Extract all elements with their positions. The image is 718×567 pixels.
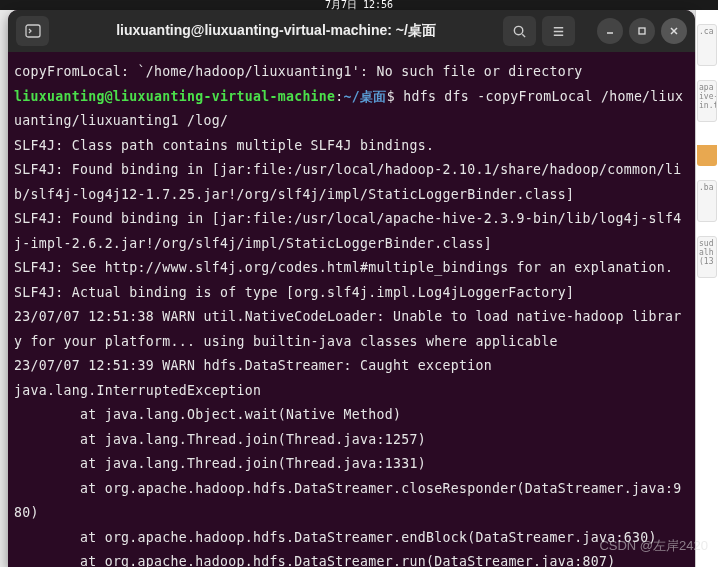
window-title: liuxuanting@liuxuanting-virtual-machine:…: [55, 22, 497, 40]
prompt-path: /桌面: [352, 89, 387, 104]
output-line: at java.lang.Object.wait(Native Method): [14, 407, 401, 422]
output-line: 23/07/07 12:51:39 WARN hdfs.DataStreamer…: [14, 358, 492, 373]
hamburger-icon: [551, 24, 566, 39]
minimize-button[interactable]: [597, 18, 623, 44]
prompt-tilde: ~: [344, 89, 352, 104]
titlebar: liuxuanting@liuxuanting-virtual-machine:…: [8, 10, 695, 52]
svg-rect-0: [26, 25, 40, 37]
output-line: copyFromLocal: `/home/hadoop/liuxuanting…: [14, 64, 583, 79]
output-line: at java.lang.Thread.join(Thread.java:125…: [14, 432, 426, 447]
output-line: java.lang.InterruptedException: [14, 383, 261, 398]
topbar-time: 7月7日 12:56: [325, 0, 393, 10]
prompt-colon: :: [335, 89, 343, 104]
output-line: 23/07/07 12:51:38 WARN util.NativeCodeLo…: [14, 309, 681, 349]
prompt-user: liuxuanting@liuxuanting-virtual-machine: [14, 89, 335, 104]
output-line: SLF4J: Found binding in [jar:file:/usr/l…: [14, 211, 681, 251]
desktop-topbar: 7月7日 12:56: [0, 0, 718, 10]
desktop-sidebar: .ca apa ive- in.t test .ba sud alh (13: [695, 10, 718, 567]
output-line: SLF4J: See http://www.slf4j.org/codes.ht…: [14, 260, 673, 275]
search-icon: [512, 24, 527, 39]
menu-button[interactable]: [542, 16, 575, 46]
output-line: SLF4J: Found binding in [jar:file:/usr/l…: [14, 162, 681, 202]
close-button[interactable]: [661, 18, 687, 44]
desktop-folder-icon[interactable]: test: [697, 136, 717, 166]
terminal-window: liuxuanting@liuxuanting-virtual-machine:…: [8, 10, 695, 567]
close-icon: [669, 26, 679, 36]
output-line: at java.lang.Thread.join(Thread.java:133…: [14, 456, 426, 471]
minimize-icon: [605, 26, 615, 36]
desktop-file-icon[interactable]: .ba: [697, 180, 717, 222]
terminal-icon: [25, 23, 41, 39]
terminal-body[interactable]: copyFromLocal: `/home/hadoop/liuxuanting…: [8, 52, 695, 567]
svg-point-1: [514, 26, 522, 34]
output-line: at org.apache.hadoop.hdfs.DataStreamer.c…: [14, 481, 681, 521]
prompt-dollar: $: [387, 89, 395, 104]
watermark-text: CSDN @左岸2420: [599, 537, 708, 555]
output-line: SLF4J: Actual binding is of type [org.sl…: [14, 285, 574, 300]
maximize-icon: [637, 26, 647, 36]
svg-line-2: [522, 34, 525, 37]
output-line: SLF4J: Class path contains multiple SLF4…: [14, 138, 434, 153]
desktop-file-icon[interactable]: .ca: [697, 24, 717, 66]
maximize-button[interactable]: [629, 18, 655, 44]
output-line: at org.apache.hadoop.hdfs.DataStreamer.r…: [14, 554, 616, 567]
svg-rect-7: [639, 28, 645, 34]
output-line: at org.apache.hadoop.hdfs.DataStreamer.e…: [14, 530, 657, 545]
desktop-file-icon[interactable]: apa ive- in.t: [697, 80, 717, 122]
desktop-file-icon[interactable]: sud alh (13: [697, 236, 717, 278]
search-button[interactable]: [503, 16, 536, 46]
new-tab-button[interactable]: [16, 16, 49, 46]
